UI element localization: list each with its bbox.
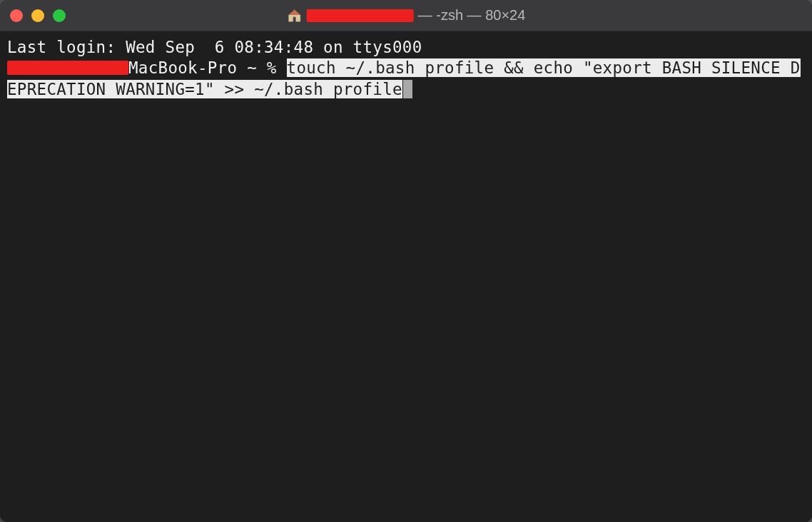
redacted-username-title [307,9,414,22]
terminal-window: — -zsh — 80×24 Last login: Wed Sep 6 08:… [0,0,812,522]
prompt-host: MacBook-Pro ~ % [128,58,287,77]
home-folder-icon [287,8,303,24]
redacted-username-prompt [7,61,128,75]
window-title: — -zsh — 80×24 [287,7,526,24]
close-button[interactable] [10,9,23,22]
minimize-button[interactable] [31,9,44,22]
titlebar[interactable]: — -zsh — 80×24 [0,0,812,31]
traffic-lights [10,9,66,22]
terminal-body[interactable]: Last login: Wed Sep 6 08:34:48 on ttys00… [0,31,812,522]
zoom-button[interactable] [53,9,66,22]
prompt-line: MacBook-Pro ~ % touch ~/.bash_profile &&… [7,58,801,98]
last-login-line: Last login: Wed Sep 6 08:34:48 on ttys00… [7,38,422,56]
title-suffix: — -zsh — 80×24 [418,7,526,24]
cursor [403,80,412,98]
